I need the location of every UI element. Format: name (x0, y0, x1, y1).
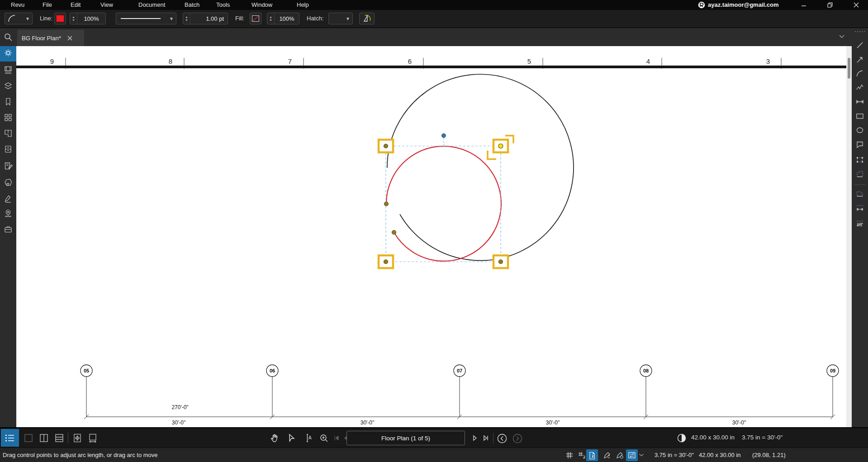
snap-document-icon (588, 451, 596, 459)
measurements-panel-icon[interactable] (4, 209, 13, 218)
select-cursor-icon[interactable] (287, 433, 297, 443)
arc-tool-preset-dropdown[interactable]: ▼ (5, 13, 33, 24)
snap-to-document-toggle[interactable] (586, 449, 598, 461)
menu-window[interactable]: Window (251, 0, 272, 10)
signatures-panel-icon[interactable] (4, 194, 13, 203)
grid-number: 8 (169, 57, 172, 65)
next-view-button[interactable] (512, 433, 522, 443)
left-panel-rail (0, 46, 16, 427)
ellipse-tool-icon[interactable] (855, 126, 864, 135)
previous-view-button[interactable] (497, 433, 507, 443)
menu-revu[interactable]: Revu (11, 0, 24, 10)
studio-panel-icon[interactable] (4, 225, 13, 234)
area-measure-tool-icon[interactable] (855, 170, 864, 179)
snap-to-content-icon[interactable] (615, 451, 624, 460)
markups-list-panel-icon[interactable] (4, 161, 13, 170)
pdf-canvas[interactable]: 9 8 7 6 5 4 3 (16, 46, 846, 427)
fit-page-icon[interactable] (72, 433, 82, 443)
properties-gear-icon[interactable] (4, 48, 13, 57)
line-width-stepper[interactable]: ▲▼ 1.00 pt (183, 13, 228, 24)
red-arc-markup-selected[interactable] (386, 146, 501, 261)
page-navigation-field[interactable]: Floor Plan (1 of 5) (346, 431, 465, 445)
grid-icon[interactable] (565, 451, 574, 460)
rotate-handle-dot[interactable] (442, 134, 446, 138)
snap-to-markup-icon[interactable] (602, 451, 612, 460)
scrollbar-thumb[interactable] (848, 58, 850, 79)
fill-opacity-stepper[interactable]: ▲▼ 100% (267, 13, 299, 24)
single-pane-icon[interactable] (24, 433, 33, 443)
rail-drag-handle-icon[interactable] (854, 31, 865, 33)
volume-measure-tool-icon[interactable] (855, 189, 864, 198)
account-email[interactable]: ayaz.taimoor@gmail.com (708, 0, 778, 10)
next-page-button[interactable] (471, 434, 481, 444)
black-arc-markup[interactable] (387, 74, 574, 260)
line-color-swatch[interactable] (54, 13, 66, 24)
search-icon[interactable] (4, 33, 13, 42)
tab-bg-floor-plan[interactable]: BG Floor Plan* (17, 30, 84, 46)
navigation-toolbar: A Floor Plan (1 of 5) 42.00 x (0, 427, 868, 448)
status-options-chevron-icon[interactable] (639, 453, 644, 457)
line-tool-icon[interactable] (855, 41, 864, 50)
tab-list-chevron-icon[interactable] (839, 34, 845, 39)
spaces-panel-icon[interactable] (4, 129, 13, 138)
polyline-tool-icon[interactable] (855, 83, 864, 92)
split-horizontal-icon[interactable] (54, 433, 64, 443)
length-measure-tool-icon[interactable] (855, 203, 864, 212)
protractor-button[interactable] (359, 13, 375, 24)
control-point[interactable] (384, 144, 388, 148)
arrow-tool-icon[interactable] (855, 55, 864, 64)
close-tab-icon[interactable] (67, 36, 72, 41)
menu-edit[interactable]: Edit (71, 0, 81, 10)
control-point-active[interactable] (498, 144, 503, 148)
fill-color-swatch[interactable] (250, 13, 261, 24)
first-page-button[interactable] (333, 434, 343, 444)
3d-model-panel-icon[interactable] (4, 178, 13, 187)
pan-hand-icon[interactable] (270, 433, 280, 443)
menu-batch[interactable]: Batch (185, 0, 199, 10)
markups-list-toggle-button[interactable] (1, 429, 19, 447)
arc-endpoint-control[interactable] (392, 231, 396, 235)
polygon-tool-icon[interactable] (855, 140, 864, 149)
dimension-tool-icon[interactable] (855, 97, 864, 106)
menu-help[interactable]: Help (297, 0, 309, 10)
bubble-label: 09 (830, 368, 835, 373)
revu-logo-icon (698, 1, 705, 9)
menu-tools[interactable]: Tools (216, 0, 230, 10)
synchronize-views-toggle[interactable] (626, 449, 638, 461)
thumbnails-panel-icon[interactable] (4, 66, 13, 75)
stepper-arrows-icon[interactable]: ▲▼ (267, 13, 275, 24)
line-style-dropdown[interactable]: ▼ (116, 13, 176, 24)
control-point[interactable] (499, 260, 503, 264)
count-tool-icon[interactable] (855, 219, 864, 228)
contrast-icon[interactable] (677, 433, 687, 443)
restore-button[interactable] (822, 0, 838, 10)
hatch-dropdown[interactable]: ▼ (328, 13, 353, 24)
control-point[interactable] (384, 260, 388, 264)
fit-width-icon[interactable] (88, 433, 98, 443)
vertical-scrollbar[interactable] (846, 46, 852, 427)
snap-to-grid-icon[interactable] (577, 451, 586, 460)
menu-file[interactable]: File (43, 0, 52, 10)
arc-endpoint-control[interactable] (384, 202, 389, 206)
stepper-arrows-icon[interactable]: ▲▼ (70, 13, 77, 24)
rectangle-tool-icon[interactable] (855, 112, 864, 121)
perimeter-measure-tool-icon[interactable] (855, 155, 864, 164)
menu-view[interactable]: View (100, 0, 113, 10)
file-access-panel-icon[interactable] (4, 145, 13, 154)
zoom-tool-icon[interactable] (319, 433, 329, 443)
menu-document[interactable]: Document (138, 0, 165, 10)
grid-number: 5 (527, 57, 531, 65)
split-vertical-icon[interactable] (39, 433, 49, 443)
markups-list-icon (5, 434, 15, 443)
minimize-button[interactable] (796, 0, 811, 10)
last-page-button[interactable] (482, 434, 492, 444)
stepper-arrows-icon[interactable]: ▲▼ (183, 13, 190, 24)
select-text-icon[interactable]: A (304, 433, 313, 443)
layers-panel-icon[interactable] (4, 81, 13, 90)
close-window-button[interactable] (849, 0, 864, 10)
line-opacity-stepper[interactable]: ▲▼ 100% (70, 13, 106, 24)
bookmarks-panel-icon[interactable] (4, 97, 13, 106)
tool-chest-panel-icon[interactable] (4, 113, 13, 122)
arc-tool-icon[interactable] (855, 69, 864, 78)
handle-control-dots[interactable] (384, 144, 503, 264)
